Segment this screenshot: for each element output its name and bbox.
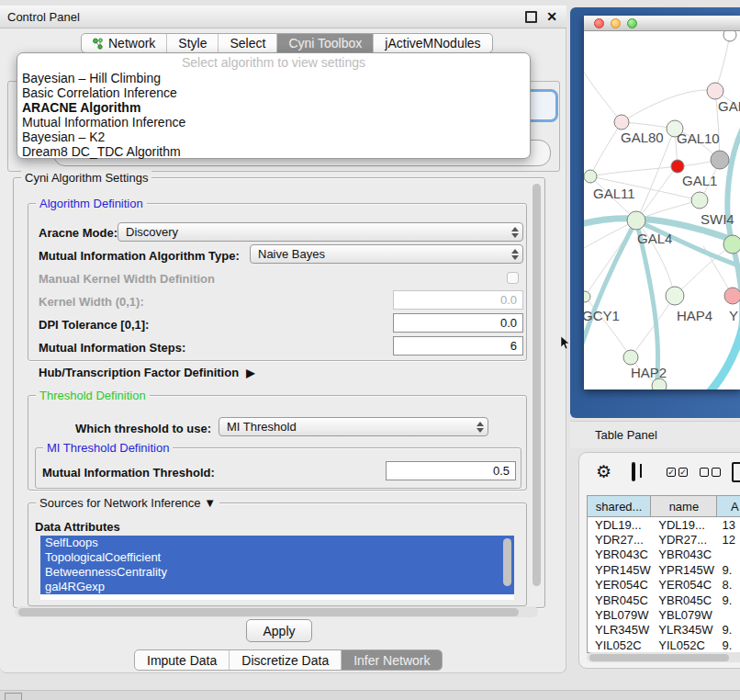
table-row[interactable]: YBR045CYBR045C9. (588, 593, 740, 607)
float-window-icon[interactable] (525, 11, 537, 23)
algorithm-option[interactable]: Bayesian – Hill Climbing (17, 71, 530, 85)
data-attributes-list[interactable]: SelfLoopsTopologicalCoefficientBetweenne… (40, 536, 514, 600)
bottom-strip (0, 690, 740, 700)
settings-hscroll[interactable] (15, 606, 538, 617)
table-row[interactable]: YPR145WYPR145W9. (588, 562, 740, 577)
mi-type-label: Mutual Information Algorithm Type: (39, 249, 240, 263)
data-attribute-item[interactable]: TopologicalCoefficient (40, 550, 514, 565)
list-vscroll[interactable] (503, 538, 511, 586)
stepper-icon (508, 227, 522, 238)
data-attribute-item[interactable]: SelfLoops (40, 536, 514, 550)
table-row[interactable]: YDL19...YDL19...13 (588, 517, 740, 532)
zoom-traffic-light-icon[interactable] (627, 18, 637, 28)
apply-button[interactable]: Apply (246, 619, 312, 642)
dpi-tolerance-field[interactable]: 0.0 (393, 313, 523, 333)
algorithm-option[interactable]: Basic Correlation Inference (17, 85, 530, 100)
deselect-all-checkboxes-icon[interactable] (700, 468, 721, 477)
column-header[interactable]: name (651, 496, 717, 516)
bottom-left-icon[interactable] (5, 693, 22, 700)
settings-vscroll[interactable] (531, 181, 543, 603)
table-cell: YBR043C (588, 548, 651, 561)
tab-style[interactable]: Style (167, 34, 219, 52)
algorithm-dropdown-popup: Select algorithm to view settings Bayesi… (17, 52, 531, 159)
network-node-gal1[interactable] (691, 192, 708, 209)
table-row[interactable]: YBR043CYBR043C (588, 548, 740, 562)
table-toolbar: ⚙ ✓✓ (579, 460, 740, 486)
network-node-gal80[interactable] (614, 115, 629, 130)
table-row[interactable]: YLR345WYLR345W9. (588, 623, 740, 638)
close-icon[interactable]: ✕ (546, 10, 557, 23)
hub-definition-expander[interactable]: Hub/Transcription Factor Definition ▶ (39, 366, 254, 379)
network-node-hap4[interactable] (666, 287, 684, 305)
algorithm-option[interactable]: ARACNE Algorithm (17, 100, 530, 115)
algorithm-option[interactable]: Dream8 DC_TDC Algorithm (17, 144, 530, 159)
table-cell: YDR27... (588, 533, 651, 547)
mouse-cursor (560, 336, 571, 351)
network-canvas[interactable]: GALGAL80GAL10GAL1GAL11GAL4SWI4GCY1HAP4YH… (584, 31, 740, 390)
table-cell: YBR045C (651, 593, 717, 607)
column-header[interactable]: A (717, 496, 740, 516)
tab-cyni-toolbox[interactable]: Cyni Toolbox (277, 34, 374, 52)
table-row[interactable]: YBL079WYBL079W (588, 607, 740, 622)
close-traffic-light-icon[interactable] (594, 18, 604, 28)
table-settings-gear-icon[interactable]: ⚙ (596, 463, 611, 480)
control-panel-tabs: NetworkStyleSelectCyni ToolboxjActiveMNo… (81, 33, 493, 53)
mi-type-combo[interactable]: Naive Bayes (250, 244, 523, 264)
table-cell: YLR345W (651, 623, 717, 637)
table-cell: YDL19... (588, 518, 651, 532)
table-cell: 9. (717, 593, 740, 607)
export-table-icon[interactable] (732, 462, 740, 482)
control-panel-title: Control Panel (0, 10, 525, 24)
table-row[interactable]: YER054CYER054C8. (588, 578, 740, 593)
tab-network[interactable]: Network (82, 34, 167, 52)
bottom-tab-impute-data[interactable]: Impute Data (135, 650, 230, 670)
bottom-tab-discretize-data[interactable]: Discretize Data (230, 650, 342, 670)
network-node-hap2[interactable] (623, 350, 638, 365)
table-cell: YER054C (651, 578, 717, 592)
network-node-swi4[interactable] (723, 235, 740, 254)
stepper-icon (508, 249, 522, 260)
bottom-tabs: Impute DataDiscretize DataInfer Network (134, 649, 443, 671)
network-node-y[interactable] (724, 288, 740, 304)
table-row[interactable]: YDR27...YDR27...12 (588, 532, 740, 547)
algorithm-option[interactable]: Bayesian – K2 (17, 130, 530, 144)
network-icon (93, 38, 104, 50)
kernel-width-field[interactable]: 0.0 (393, 290, 523, 310)
node-label: GAL1 (682, 173, 717, 188)
network-node[interactable] (723, 31, 736, 41)
table-cell: 9. (717, 623, 740, 637)
data-attribute-item[interactable]: gal4RGexp (40, 580, 514, 594)
tab-select[interactable]: Select (219, 34, 277, 52)
mi-threshold-field[interactable]: 0.5 (386, 461, 516, 480)
node-label: GAL (718, 98, 740, 114)
bottom-tab-infer-network[interactable]: Infer Network (342, 650, 442, 670)
network-node-gal[interactable] (707, 83, 723, 99)
table-hscroll[interactable] (587, 652, 740, 662)
network-node[interactable] (671, 160, 684, 173)
aracne-mode-combo[interactable]: Discovery (118, 222, 523, 242)
minimize-traffic-light-icon[interactable] (611, 18, 621, 28)
select-all-checkboxes-icon[interactable]: ✓✓ (667, 468, 688, 477)
mi-steps-field[interactable]: 6 (393, 336, 523, 356)
data-attribute-item[interactable]: BetweennessCentrality (40, 565, 514, 580)
tab-jactivemnodules[interactable]: jActiveMNodules (374, 34, 491, 52)
node-label: GAL4 (637, 231, 672, 246)
manual-kernel-checkbox[interactable] (507, 272, 519, 284)
table-panel: ⚙ ✓✓ shared...nameA YDL19...YDL19...13YD… (578, 452, 740, 669)
table-row[interactable]: YIL052CYIL052C9. (588, 638, 740, 652)
split-columns-icon[interactable] (632, 462, 635, 481)
table-cell: YLR345W (588, 623, 651, 637)
table-cell: YBL079W (588, 608, 651, 622)
algorithm-option[interactable]: Mutual Information Inference (17, 115, 530, 130)
cyni-settings-title: Cyni Algorithm Settings (21, 171, 151, 185)
sources-group-title[interactable]: Sources for Network Inference ▼ (36, 496, 219, 510)
network-node-gcy1[interactable] (584, 291, 590, 302)
network-node-gal4[interactable] (627, 211, 645, 230)
network-node[interactable] (711, 151, 729, 169)
network-node-gal11[interactable] (584, 170, 597, 183)
which-threshold-combo[interactable]: MI Threshold (219, 417, 488, 436)
table-panel-title: Table Panel (570, 428, 657, 442)
threshold-group-title: Threshold Definition (36, 389, 150, 402)
column-header[interactable]: shared... (588, 496, 651, 516)
table-cell: 12 (717, 533, 740, 547)
